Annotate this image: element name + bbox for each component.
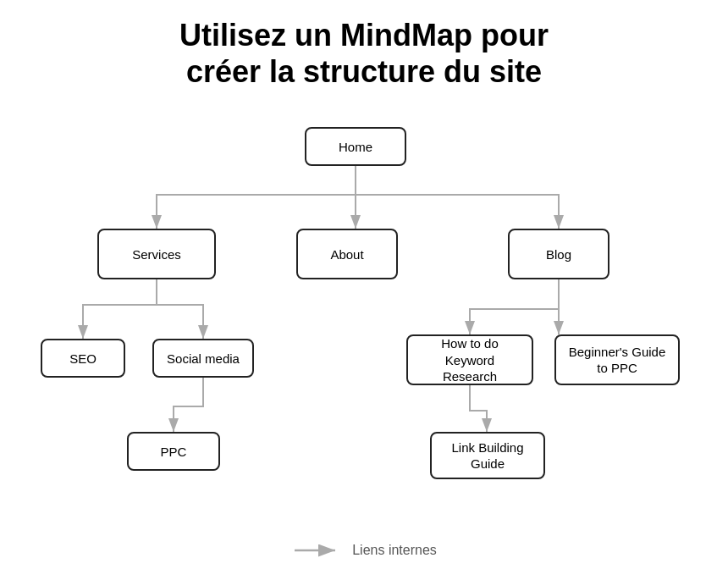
page-title: Utilisez un MindMap pour créer la struct… <box>179 17 549 90</box>
node-about: About <box>296 229 398 279</box>
legend-arrow-svg <box>291 542 342 559</box>
node-blog: Blog <box>508 229 609 279</box>
node-ppc: PPC <box>127 432 220 471</box>
connections-svg <box>17 110 711 533</box>
node-beginners-guide: Beginner's Guideto PPC <box>554 334 680 385</box>
node-keyword-research: How to doKeyword Research <box>406 334 533 385</box>
node-seo: SEO <box>41 339 125 378</box>
node-home: Home <box>305 127 406 166</box>
node-link-building: Link BuildingGuide <box>430 432 545 479</box>
legend: Liens internes <box>291 542 437 559</box>
node-services: Services <box>97 229 216 279</box>
legend-label: Liens internes <box>352 543 437 558</box>
node-social-media: Social media <box>152 339 254 378</box>
mindmap-diagram: Home Services About Blog SEO Social medi… <box>17 110 711 533</box>
